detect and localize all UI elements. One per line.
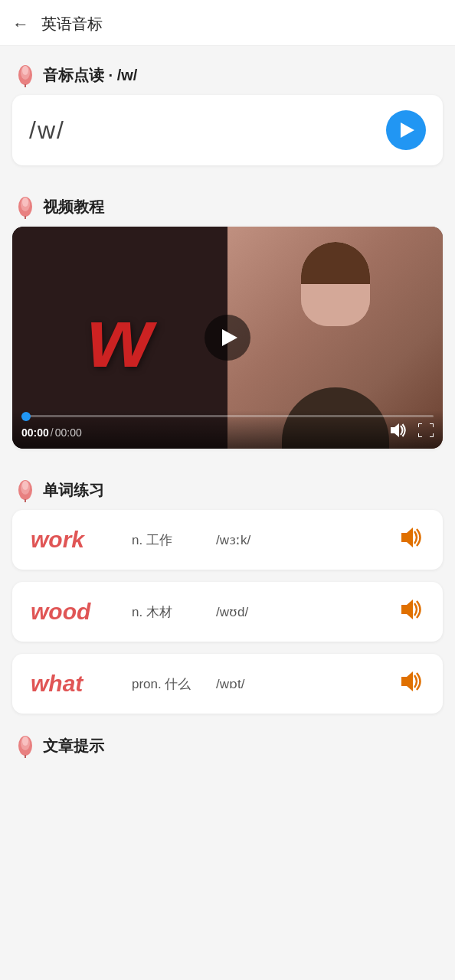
word-meaning-wood: n. 木材 <box>132 603 201 621</box>
video-progress-bar[interactable] <box>21 415 434 417</box>
back-button[interactable]: ← <box>12 15 29 34</box>
svg-point-18 <box>22 737 28 746</box>
bottom-section-title: 文章提示 <box>43 736 104 756</box>
phonetic-symbol: /w/ <box>29 116 65 145</box>
video-play-button[interactable] <box>205 315 250 361</box>
video-controls-right <box>391 423 434 441</box>
words-section-header: 单词练习 <box>0 461 455 510</box>
sound-button-wood[interactable] <box>401 599 424 625</box>
phonetic-play-button[interactable] <box>386 110 426 150</box>
word-card-wood: wood n. 木材 /wʊd/ <box>12 582 443 642</box>
svg-point-2 <box>22 66 28 75</box>
video-controls-bottom: 00:00 / 00:00 <box>21 423 434 441</box>
video-card: w 00:00 / 00:0 <box>12 227 443 449</box>
word-text-wood: wood <box>31 599 123 625</box>
svg-point-11 <box>22 481 28 490</box>
video-time-divider: / <box>51 426 54 439</box>
video-time-current: 00:00 <box>21 426 49 439</box>
video-letter: w <box>87 296 153 380</box>
word-phonetic-work: /wɜːk/ <box>216 532 401 548</box>
svg-marker-8 <box>391 423 399 437</box>
video-time-display: 00:00 / 00:00 <box>21 426 82 439</box>
video-player[interactable]: w 00:00 / 00:0 <box>12 227 443 449</box>
word-text-what: what <box>31 671 123 697</box>
person-head <box>301 242 370 326</box>
bottom-section-header: 文章提示 <box>0 726 455 766</box>
video-section-title: 视频教程 <box>43 197 104 217</box>
word-phonetic-wood: /wʊd/ <box>216 604 401 620</box>
section-icon-words <box>15 478 35 502</box>
word-meaning-work: n. 工作 <box>132 531 201 549</box>
person-hair <box>301 242 370 284</box>
phonetic-section-header: 音标点读 · /w/ <box>0 46 455 95</box>
fullscreen-icon[interactable] <box>418 423 434 441</box>
video-time-total: 00:00 <box>55 426 82 439</box>
section-icon-phonetic <box>15 63 35 87</box>
video-play-triangle-icon <box>222 329 237 346</box>
video-section-header: 视频教程 <box>0 178 455 227</box>
svg-marker-14 <box>401 599 413 619</box>
play-triangle-icon <box>401 122 414 138</box>
words-section-title: 单词练习 <box>43 480 104 501</box>
sound-button-work[interactable] <box>401 528 424 553</box>
word-card-what: what pron. 什么 /wɒt/ <box>12 654 443 714</box>
svg-point-6 <box>22 198 28 207</box>
word-phonetic-what: /wɒt/ <box>216 676 401 692</box>
page-header: ← 英语音标 <box>0 0 455 46</box>
section-icon-video <box>15 194 35 219</box>
word-text-work: work <box>31 527 123 553</box>
section-icon-bottom <box>15 733 35 758</box>
page-title: 英语音标 <box>41 14 103 34</box>
person-face <box>301 284 370 326</box>
sound-button-what[interactable] <box>401 671 424 697</box>
video-controls: 00:00 / 00:00 <box>12 410 443 449</box>
phonetic-section-title: 音标点读 · /w/ <box>43 65 137 86</box>
volume-icon[interactable] <box>391 423 408 441</box>
video-progress-dot <box>21 412 31 421</box>
svg-marker-15 <box>401 671 413 691</box>
word-meaning-what: pron. 什么 <box>132 675 201 693</box>
svg-marker-13 <box>401 528 413 547</box>
phonetic-card: /w/ <box>12 95 443 165</box>
word-card-work: work n. 工作 /wɜːk/ <box>12 510 443 570</box>
